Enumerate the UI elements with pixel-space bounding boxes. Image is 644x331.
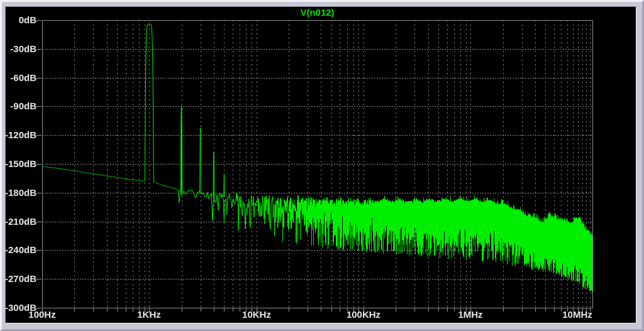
x-tick-label: 1KHz — [121, 310, 177, 320]
y-tick-label: -210dB — [1, 217, 36, 227]
y-tick-label: -180dB — [1, 188, 36, 198]
x-tick-label: 1MHz — [442, 310, 499, 320]
y-tick-label: -120dB — [1, 130, 36, 140]
x-tick-label: 10KHz — [228, 310, 285, 320]
x-tick-label: 100KHz — [335, 310, 392, 320]
y-tick-label: 0dB — [1, 15, 36, 25]
x-tick-label: 10MHz — [549, 310, 606, 320]
y-tick-label: -60dB — [1, 73, 36, 83]
y-tick-label: -150dB — [1, 159, 36, 169]
plot-canvas[interactable] — [0, 0, 644, 331]
trace-title[interactable]: V(n012) — [42, 7, 592, 18]
x-tick-label: 100Hz — [14, 310, 70, 320]
y-tick-label: -90dB — [1, 101, 36, 111]
y-tick-label: -30dB — [1, 44, 36, 54]
y-tick-label: -240dB — [1, 245, 36, 255]
y-tick-label: -270dB — [1, 274, 36, 284]
